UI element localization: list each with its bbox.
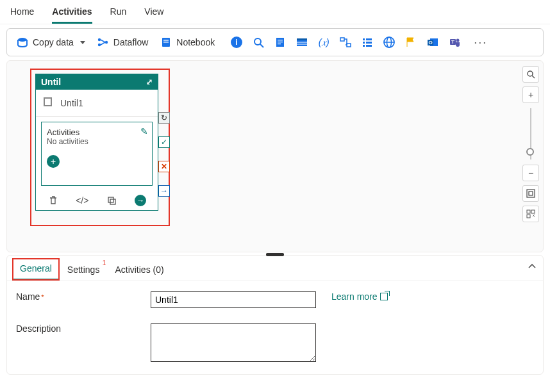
activities-status: No activities (47, 137, 147, 146)
panel-tab-settings-label: Settings (67, 265, 100, 275)
name-input[interactable] (151, 291, 316, 308)
panel-tab-settings[interactable]: Settings1 (60, 259, 108, 280)
svg-text:T: T (451, 39, 454, 45)
tab-activities[interactable]: Activities (52, 4, 92, 24)
svg-point-38 (528, 71, 533, 76)
svg-point-9 (254, 38, 261, 45)
on-fail-connector[interactable]: ✕ (158, 161, 170, 172)
pipeline-icon[interactable] (339, 36, 352, 49)
svg-rect-37 (110, 199, 115, 204)
svg-rect-22 (366, 38, 372, 40)
svg-rect-25 (363, 45, 365, 47)
activities-inner-box[interactable]: ✎ Activities No activities + (41, 122, 153, 186)
zoom-slider[interactable] (530, 108, 531, 159)
learn-more-link[interactable]: Learn more (331, 291, 388, 302)
learn-more-label: Learn more (331, 291, 378, 302)
on-success-connector[interactable]: ✓ (158, 136, 170, 148)
svg-rect-26 (366, 45, 372, 47)
panel-tab-activities[interactable]: Activities (0) (107, 259, 171, 280)
outlook-icon[interactable]: O (426, 36, 439, 49)
web-icon[interactable] (383, 36, 396, 49)
description-input[interactable] (151, 323, 316, 362)
external-link-icon (380, 293, 388, 300)
run-activity-icon[interactable]: → (135, 195, 146, 206)
list-icon[interactable] (361, 36, 374, 49)
svg-rect-43 (531, 210, 535, 213)
teams-icon[interactable]: T (448, 36, 461, 49)
svg-point-2 (98, 44, 101, 46)
svg-rect-21 (363, 38, 365, 40)
svg-rect-36 (108, 197, 113, 202)
edit-activities-icon[interactable]: ✎ (140, 126, 148, 136)
zoom-out-button[interactable]: − (522, 165, 539, 181)
panel-collapse-icon[interactable] (528, 262, 537, 273)
activities-label: Activities (47, 127, 147, 137)
tab-run[interactable]: Run (110, 4, 127, 24)
fit-screen-button[interactable] (522, 185, 539, 202)
notebook-icon (160, 36, 172, 49)
svg-text:i: i (236, 38, 238, 47)
svg-rect-5 (163, 40, 169, 41)
chevron-down-icon (80, 41, 85, 44)
flag-icon[interactable] (404, 36, 417, 49)
until-activity-card[interactable]: Until ⤢ Until1 ✎ Activities No activitie… (35, 74, 158, 211)
svg-rect-6 (163, 42, 169, 43)
svg-point-1 (98, 38, 101, 41)
tab-home[interactable]: Home (10, 4, 34, 24)
notebook-label: Notebook (176, 37, 215, 47)
zoom-thumb[interactable] (526, 148, 534, 156)
properties-panel: General Settings1 Activities (0) Name* L… (6, 255, 544, 375)
add-activity-button[interactable]: + (47, 155, 60, 168)
activity-type-label: Until (41, 77, 61, 87)
expand-icon[interactable]: ⤢ (146, 78, 153, 86)
activity-name-label: Until1 (60, 98, 83, 108)
svg-rect-42 (527, 210, 530, 213)
svg-rect-19 (340, 38, 344, 41)
dataflow-label: Dataflow (113, 37, 148, 47)
dataflow-icon (97, 36, 110, 49)
svg-point-35 (456, 39, 460, 42)
copy-data-icon (16, 36, 29, 49)
canvas-tools: + − (522, 66, 539, 222)
svg-point-3 (105, 41, 108, 44)
svg-rect-23 (363, 42, 365, 44)
svg-point-0 (18, 38, 27, 42)
panel-tab-general[interactable]: General (12, 258, 60, 281)
settings-badge: 1 (103, 259, 106, 266)
svg-rect-24 (366, 42, 372, 44)
svg-rect-12 (278, 40, 283, 40)
svg-line-39 (532, 76, 535, 78)
activities-toolbar: Copy data Dataflow Notebook i (𝑥) O T ··… (6, 28, 544, 56)
svg-rect-16 (297, 38, 307, 40)
layout-button[interactable] (522, 206, 539, 222)
info-icon[interactable]: i (230, 36, 243, 49)
on-skip-connector[interactable]: ↻ (158, 112, 170, 124)
notebook-button[interactable]: Notebook (156, 33, 219, 51)
pipeline-canvas: Until ⤢ Until1 ✎ Activities No activitie… (6, 60, 544, 252)
zoom-in-button[interactable]: + (522, 86, 539, 103)
svg-rect-13 (278, 42, 283, 42)
copy-data-button[interactable]: Copy data (12, 33, 89, 51)
activity-footer: </> → (36, 191, 158, 210)
variable-icon[interactable]: (𝑥) (317, 36, 330, 49)
script-icon[interactable] (274, 36, 287, 49)
toolbar-more-button[interactable]: ··· (470, 36, 491, 49)
copy-data-label: Copy data (33, 37, 74, 47)
delete-icon[interactable] (47, 195, 59, 206)
description-label: Description (16, 323, 151, 334)
search-tool-icon[interactable] (252, 36, 265, 49)
svg-rect-44 (527, 215, 530, 218)
activity-header[interactable]: Until ⤢ (36, 74, 158, 90)
activity-name-row: Until1 (36, 90, 158, 117)
code-icon[interactable]: </> (76, 195, 88, 206)
tab-view[interactable]: View (144, 4, 163, 24)
on-completion-connector[interactable]: → (158, 185, 170, 197)
clone-icon[interactable] (106, 195, 117, 206)
until-loop-icon (42, 96, 54, 110)
canvas-search-icon[interactable] (522, 66, 539, 83)
table-icon[interactable] (296, 36, 308, 49)
top-tabs: Home Activities Run View (0, 0, 550, 24)
dataflow-button[interactable]: Dataflow (93, 33, 152, 51)
svg-text:O: O (429, 40, 433, 45)
svg-rect-41 (529, 192, 533, 195)
